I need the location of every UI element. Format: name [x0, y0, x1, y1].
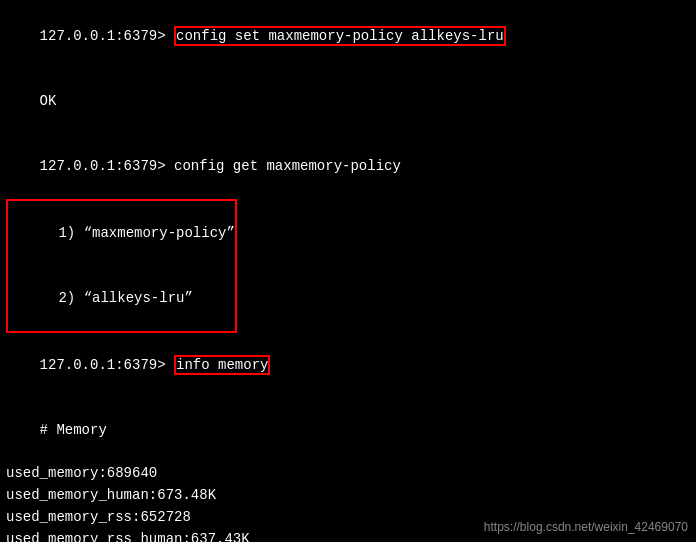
prompt-6: 127.0.0.1:6379>	[40, 357, 174, 373]
output-4: 1) “maxmemory-policy”	[58, 225, 234, 241]
output-ok: OK	[40, 93, 57, 109]
used-memory-rss: used_memory_rss:652728	[6, 509, 191, 525]
prompt-3: 127.0.0.1:6379>	[40, 158, 174, 174]
terminal: 127.0.0.1:6379> config set maxmemory-pol…	[0, 0, 696, 542]
line-4: 1) “maxmemory-policy”	[8, 201, 235, 266]
watermark-text: https://blog.csdn.net/weixin_42469070	[484, 520, 688, 534]
cmd-1: config set maxmemory-policy allkeys-lru	[174, 26, 506, 46]
used-memory-human: used_memory_human:673.48K	[6, 487, 216, 503]
line-2: OK	[6, 69, 690, 134]
output-memory-header: # Memory	[40, 422, 107, 438]
line-8: used_memory:689640	[6, 463, 690, 485]
line-3: 127.0.0.1:6379> config get maxmemory-pol…	[6, 134, 690, 199]
line-9: used_memory_human:673.48K	[6, 485, 690, 507]
cmd-6: info memory	[174, 355, 270, 375]
line-5: 2) “allkeys-lru”	[8, 266, 235, 331]
line-1: 127.0.0.1:6379> config set maxmemory-pol…	[6, 4, 690, 69]
prompt-1: 127.0.0.1:6379>	[40, 28, 174, 44]
cmd-3: config get maxmemory-policy	[174, 158, 401, 174]
output-5: 2) “allkeys-lru”	[58, 290, 192, 306]
line-7: # Memory	[6, 398, 690, 463]
config-result-box: 1) “maxmemory-policy” 2) “allkeys-lru”	[6, 199, 237, 333]
used-memory: used_memory:689640	[6, 465, 157, 481]
line-6: 127.0.0.1:6379> info memory	[6, 333, 690, 398]
used-memory-rss-human: used_memory_rss_human:637.43K	[6, 531, 250, 543]
watermark: https://blog.csdn.net/weixin_42469070	[484, 520, 688, 534]
